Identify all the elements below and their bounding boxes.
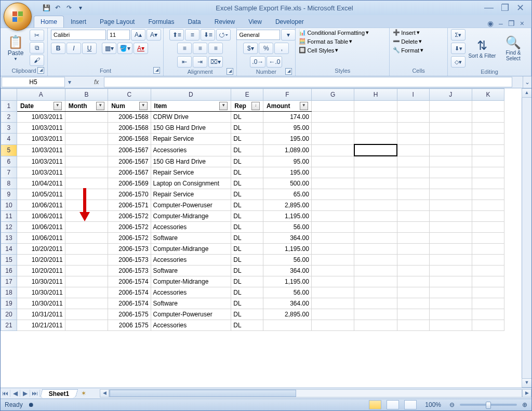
cell[interactable]: 2006-1568 <box>108 112 151 123</box>
cell[interactable]: 10/20/2011 <box>17 244 65 255</box>
minimize-button[interactable]: — <box>484 2 494 14</box>
cell[interactable] <box>65 309 108 320</box>
cell[interactable]: DL <box>231 167 263 178</box>
cell[interactable]: 364.00 <box>263 266 312 276</box>
scroll-down-button[interactable]: ▼ <box>522 378 531 388</box>
cell[interactable] <box>65 123 108 134</box>
cell[interactable] <box>263 320 312 331</box>
filter-header-rep[interactable]: Rep↓ <box>231 101 263 112</box>
undo-icon[interactable]: ↶ <box>54 4 62 12</box>
cell[interactable]: 2006-1575 <box>108 309 151 320</box>
font-family-combo[interactable] <box>51 30 106 40</box>
cell[interactable]: 364.00 <box>263 298 312 309</box>
cell[interactable] <box>397 144 429 156</box>
cell[interactable] <box>472 156 504 167</box>
cell[interactable] <box>354 211 397 222</box>
zoom-slider[interactable] <box>460 404 517 406</box>
cell[interactable] <box>65 255 108 266</box>
cells-insert-button[interactable]: ➕ Insert ▾ <box>393 29 420 36</box>
sheet-tab-sheet1[interactable]: Sheet1 <box>40 389 78 398</box>
cell[interactable] <box>397 156 429 167</box>
decrease-decimal-button[interactable]: ←.0 <box>267 56 282 68</box>
number-format-combo[interactable] <box>236 30 280 40</box>
cell[interactable] <box>429 287 472 298</box>
filter-button[interactable]: ↓ <box>251 102 260 110</box>
redo-icon[interactable]: ↷ <box>65 4 73 12</box>
cell[interactable] <box>397 255 429 266</box>
col-header-E[interactable]: E <box>231 89 263 101</box>
cell[interactable] <box>65 112 108 123</box>
cell[interactable] <box>472 276 504 287</box>
cell[interactable]: Accessories <box>151 255 231 266</box>
scroll-right-button[interactable]: ▶ <box>522 389 531 397</box>
macro-record-icon[interactable]: ⏺ <box>28 401 34 408</box>
cell[interactable] <box>65 222 108 233</box>
currency-button[interactable]: $▾ <box>243 43 258 54</box>
cell[interactable] <box>354 255 397 266</box>
cell[interactable]: 2006-1568 <box>108 123 151 134</box>
cell[interactable] <box>429 123 472 134</box>
zoom-in-button[interactable]: ⊕ <box>522 401 527 408</box>
cell[interactable]: Computer-Poweruser <box>151 309 231 320</box>
cell[interactable] <box>472 134 504 145</box>
cell[interactable] <box>65 298 108 309</box>
cell[interactable] <box>65 211 108 222</box>
cell[interactable]: 10/05/2011 <box>17 189 65 200</box>
cell[interactable]: 2006-1574 <box>108 276 151 287</box>
cell[interactable] <box>354 167 397 178</box>
cell[interactable] <box>397 134 429 145</box>
cell[interactable]: DL <box>231 112 263 123</box>
cell[interactable] <box>354 123 397 134</box>
percent-button[interactable]: % <box>259 43 273 54</box>
fill-color-button[interactable]: 🪣▾ <box>117 43 132 54</box>
fx-icon[interactable]: fx <box>89 78 104 86</box>
close-button[interactable]: ✕ <box>516 2 524 14</box>
cell[interactable] <box>397 101 429 112</box>
cell[interactable]: 2006-1572 <box>108 233 151 244</box>
cell[interactable]: 2006-1569 <box>108 178 151 189</box>
row-header-12[interactable]: 12 <box>1 222 17 233</box>
filter-header-item[interactable]: Item▼ <box>151 101 231 112</box>
cell[interactable]: 2006-1574 <box>108 287 151 298</box>
cell[interactable] <box>472 244 504 255</box>
cell[interactable]: 10/03/2011 <box>17 134 65 145</box>
cell[interactable] <box>65 156 108 167</box>
cell[interactable]: Accessories <box>151 287 231 298</box>
cell[interactable] <box>429 266 472 276</box>
format-as-table-button[interactable]: 🧮 Format as Table ▾ <box>299 38 352 45</box>
alignment-dialog-launcher[interactable]: ◢ <box>227 68 233 75</box>
cell[interactable] <box>472 167 504 178</box>
cell[interactable]: 195.00 <box>263 134 312 145</box>
cell[interactable] <box>429 167 472 178</box>
tab-data[interactable]: Data <box>181 16 207 28</box>
cell[interactable]: Software <box>151 233 231 244</box>
filter-button[interactable]: ▼ <box>54 102 62 110</box>
cell[interactable] <box>397 309 429 320</box>
row-header-4[interactable]: 4 <box>1 134 17 145</box>
hscroll-thumb[interactable] <box>110 390 296 397</box>
cell[interactable] <box>397 266 429 276</box>
number-format-dropdown[interactable]: ▾ <box>281 29 296 41</box>
copy-button[interactable]: ⧉ <box>30 42 44 54</box>
filter-button[interactable]: ▼ <box>219 102 228 110</box>
cell[interactable] <box>429 222 472 233</box>
cell[interactable]: DL <box>231 244 263 255</box>
cell[interactable] <box>354 156 397 167</box>
cell[interactable] <box>429 112 472 123</box>
cell[interactable]: 95.00 <box>263 156 312 167</box>
cell[interactable]: Accessories <box>151 320 231 331</box>
cell[interactable]: Accessories <box>151 144 231 156</box>
cell[interactable] <box>354 233 397 244</box>
align-bottom-button[interactable]: ⬇≡ <box>201 29 215 41</box>
row-header-14[interactable]: 14 <box>1 244 17 255</box>
row-header-18[interactable]: 18 <box>1 287 17 298</box>
cell[interactable]: Repair Service <box>151 167 231 178</box>
cell[interactable]: 174.00 <box>263 112 312 123</box>
cell[interactable] <box>354 276 397 287</box>
cell[interactable] <box>429 200 472 211</box>
cell[interactable] <box>472 233 504 244</box>
cell[interactable]: 10/03/2011 <box>17 156 65 167</box>
cell[interactable]: 10/06/2011 <box>17 233 65 244</box>
cell[interactable]: 2006-1574 <box>108 298 151 309</box>
filter-button[interactable]: ▼ <box>96 102 104 110</box>
